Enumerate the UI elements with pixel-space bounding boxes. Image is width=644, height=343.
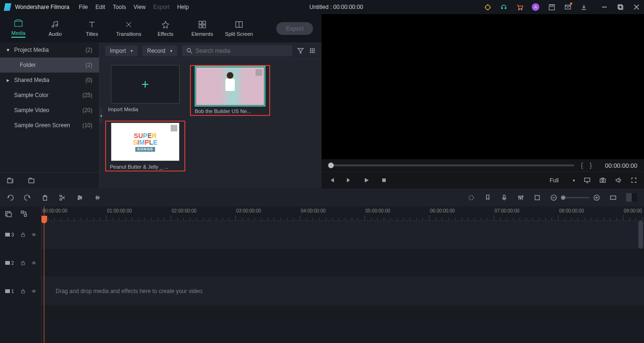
svg-rect-15 bbox=[29, 179, 34, 183]
visibility-icon[interactable] bbox=[32, 260, 36, 266]
zoom-slider[interactable] bbox=[561, 197, 589, 198]
message-icon[interactable] bbox=[564, 3, 571, 11]
sidebar-collapse-handle[interactable]: ◂ bbox=[99, 108, 103, 122]
tab-audio[interactable]: Audio bbox=[37, 14, 74, 42]
sidebar-item-sample-video[interactable]: Sample Video(20) bbox=[0, 103, 99, 118]
display-icon[interactable] bbox=[584, 177, 591, 184]
media-item-bob[interactable]: Bob the Builder US Ne... bbox=[190, 65, 270, 116]
zoom-in-icon[interactable] bbox=[593, 194, 600, 201]
svg-point-16 bbox=[187, 49, 191, 52]
track-gutter[interactable]: 2 bbox=[0, 249, 41, 277]
crop-icon[interactable] bbox=[534, 194, 541, 201]
visibility-icon[interactable] bbox=[32, 232, 36, 237]
svg-rect-4 bbox=[550, 4, 553, 6]
redo-button[interactable] bbox=[24, 194, 31, 201]
menu-help[interactable]: Help bbox=[177, 4, 189, 10]
media-type-icon bbox=[171, 125, 177, 131]
stop-button[interactable] bbox=[380, 177, 388, 184]
timeline-ruler[interactable]: 00:00:00:0001:00:00:0002:00:00:0003:00:0… bbox=[41, 206, 644, 220]
tab-transitions[interactable]: Transitions bbox=[110, 14, 147, 42]
playhead[interactable] bbox=[44, 206, 44, 343]
mixer-icon[interactable] bbox=[517, 194, 524, 201]
view-toggle[interactable] bbox=[626, 193, 637, 202]
volume-icon[interactable] bbox=[615, 177, 622, 184]
menu-tools[interactable]: Tools bbox=[113, 4, 126, 10]
lock-icon[interactable] bbox=[21, 260, 25, 266]
new-folder-icon[interactable] bbox=[7, 177, 14, 184]
split-button[interactable] bbox=[59, 194, 66, 201]
preview-canvas[interactable] bbox=[322, 14, 644, 159]
sidebar-item-shared-media[interactable]: ▸Shared Media(0) bbox=[0, 73, 99, 88]
voiceover-icon[interactable] bbox=[501, 194, 508, 201]
menu-edit[interactable]: Edit bbox=[96, 4, 106, 10]
media-item-peanut[interactable]: SUPERSIMPLESONGS Peanut Butter & Jelly _… bbox=[105, 121, 185, 172]
lock-icon[interactable] bbox=[21, 232, 25, 237]
save-icon[interactable] bbox=[548, 3, 555, 11]
undo-button[interactable] bbox=[7, 194, 14, 201]
app-logo-icon bbox=[4, 3, 11, 11]
tips-icon[interactable] bbox=[484, 3, 491, 11]
edit-button[interactable] bbox=[76, 194, 83, 201]
svg-rect-46 bbox=[7, 212, 11, 216]
tab-titles[interactable]: Titles bbox=[74, 14, 110, 42]
download-icon[interactable] bbox=[580, 3, 587, 11]
play-button[interactable] bbox=[363, 177, 370, 184]
zoom-control[interactable] bbox=[550, 194, 600, 201]
minimize-button[interactable] bbox=[601, 3, 608, 11]
sidebar-item-folder[interactable]: Folder(2) bbox=[0, 57, 99, 73]
delete-button[interactable] bbox=[41, 194, 49, 201]
filter-icon[interactable] bbox=[297, 47, 304, 54]
zoom-fit-icon[interactable] bbox=[610, 194, 617, 201]
timeline-scrollbar[interactable] bbox=[638, 220, 643, 249]
app-name: Wondershare Filmora bbox=[15, 4, 69, 10]
track-row[interactable] bbox=[41, 220, 644, 249]
account-avatar[interactable]: A bbox=[532, 3, 539, 11]
track-row[interactable] bbox=[41, 249, 644, 277]
close-button[interactable] bbox=[633, 3, 640, 11]
snapshot-icon[interactable] bbox=[599, 177, 606, 184]
tab-split-screen[interactable]: Split Screen bbox=[221, 14, 257, 42]
fullscreen-icon[interactable] bbox=[630, 177, 637, 184]
preview-scrubber[interactable] bbox=[328, 164, 574, 166]
sidebar-item-sample-color[interactable]: Sample Color(25) bbox=[0, 88, 99, 103]
search-media-input[interactable] bbox=[182, 45, 292, 56]
media-sidebar: ▾Project Media(2) Folder(2) ▸Shared Medi… bbox=[0, 42, 99, 188]
folder-icon[interactable] bbox=[28, 177, 35, 184]
sidebar-item-sample-green-screen[interactable]: Sample Green Screen(10) bbox=[0, 118, 99, 133]
menu-view[interactable]: View bbox=[133, 4, 146, 10]
visibility-icon[interactable] bbox=[32, 288, 36, 294]
maximize-button[interactable] bbox=[617, 3, 624, 11]
tab-effects[interactable]: Effects bbox=[147, 14, 184, 42]
in-out-brackets[interactable]: {} bbox=[581, 162, 598, 169]
track-gutter[interactable]: 1 bbox=[0, 277, 41, 305]
marker-icon[interactable] bbox=[484, 194, 491, 201]
search-icon bbox=[186, 47, 193, 54]
record-dropdown[interactable]: Record▾ bbox=[142, 46, 177, 56]
track-row[interactable]: Drag and drop media and effects here to … bbox=[41, 277, 644, 305]
preview-quality-select[interactable]: Full▾ bbox=[550, 177, 575, 184]
tab-media[interactable]: Media bbox=[0, 14, 37, 42]
next-frame-button[interactable] bbox=[346, 177, 353, 184]
grid-view-icon[interactable] bbox=[309, 47, 316, 54]
track-gutter[interactable]: 3 bbox=[0, 220, 41, 249]
media-grid: + Import Media Bob the Builder US Ne... … bbox=[99, 59, 322, 188]
svg-rect-41 bbox=[535, 195, 539, 199]
track-manage-icon[interactable] bbox=[5, 210, 12, 217]
sidebar-item-project-media[interactable]: ▾Project Media(2) bbox=[0, 42, 99, 57]
svg-rect-48 bbox=[24, 214, 26, 216]
audio-edit-button[interactable] bbox=[94, 194, 101, 201]
import-media-tile[interactable]: + Import Media bbox=[105, 65, 185, 116]
support-icon[interactable] bbox=[500, 3, 507, 11]
lock-icon[interactable] bbox=[21, 288, 25, 294]
plus-icon: + bbox=[141, 77, 149, 92]
cart-icon[interactable] bbox=[516, 3, 523, 11]
tab-elements[interactable]: Elements bbox=[184, 14, 221, 42]
import-dropdown[interactable]: Import▾ bbox=[105, 46, 138, 56]
menu-file[interactable]: File bbox=[79, 4, 88, 10]
media-type-icon bbox=[256, 69, 262, 76]
prev-frame-button[interactable] bbox=[328, 177, 335, 184]
zoom-out-icon[interactable] bbox=[550, 194, 557, 201]
render-icon[interactable] bbox=[468, 194, 475, 201]
track-link-icon[interactable] bbox=[20, 210, 27, 217]
timeline-tracks[interactable]: 00:00:00:0001:00:00:0002:00:00:0003:00:0… bbox=[41, 206, 644, 343]
